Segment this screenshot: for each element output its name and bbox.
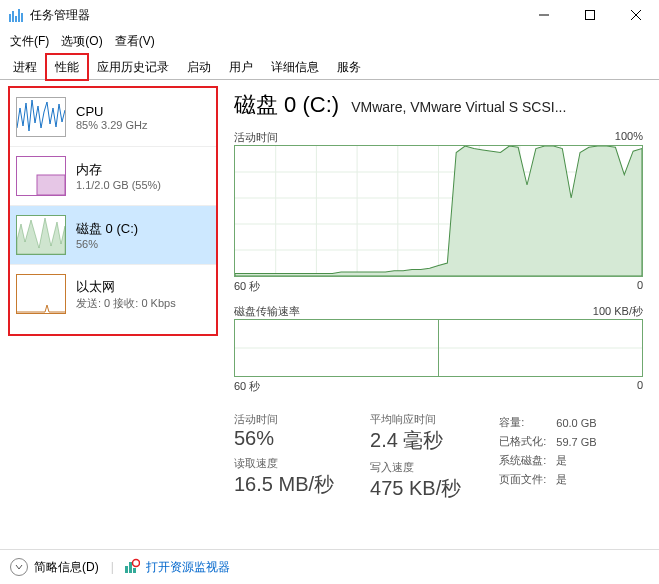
chart2-left-label: 磁盘传输速率 <box>234 304 300 319</box>
cpu-thumb-icon <box>16 97 66 137</box>
tab-details[interactable]: 详细信息 <box>262 54 328 80</box>
capacity-key: 容量: <box>499 414 554 431</box>
menu-options[interactable]: 选项(O) <box>55 31 108 52</box>
minimize-button[interactable] <box>521 0 567 30</box>
write-subchart <box>439 320 642 376</box>
tab-services[interactable]: 服务 <box>328 54 370 80</box>
avg-resp-label: 平均响应时间 <box>370 412 461 427</box>
bottom-bar: 简略信息(D) | 打开资源监视器 <box>0 549 659 584</box>
svg-rect-6 <box>586 11 595 20</box>
active-time-chart <box>234 145 643 277</box>
svg-rect-9 <box>37 175 65 195</box>
read-speed-value: 16.5 MB/秒 <box>234 471 334 498</box>
menu-file[interactable]: 文件(F) <box>4 31 55 52</box>
pagefile-val: 是 <box>556 471 604 488</box>
detail-title: 磁盘 0 (C:) <box>234 90 339 120</box>
svg-rect-29 <box>133 568 136 573</box>
app-icon <box>8 7 24 23</box>
disk-properties: 容量:60.0 GB 已格式化:59.7 GB 系统磁盘:是 页面文件:是 <box>497 412 606 502</box>
chevron-down-icon[interactable] <box>10 558 28 576</box>
stats-block: 活动时间 56% 读取速度 16.5 MB/秒 平均响应时间 2.4 毫秒 写入… <box>234 412 643 502</box>
read-subchart <box>235 320 439 376</box>
resmon-icon <box>124 558 140 577</box>
detail-panel: 磁盘 0 (C:) VMware, VMware Virtual S SCSI.… <box>218 80 659 549</box>
formatted-key: 已格式化: <box>499 433 554 450</box>
sidebar-disk-sub: 56% <box>76 238 138 250</box>
chart2-right-label: 100 KB/秒 <box>593 304 643 319</box>
sidebar-item-disk[interactable]: 磁盘 0 (C:) 56% <box>10 206 216 265</box>
svg-marker-10 <box>17 218 65 254</box>
ethernet-thumb-icon <box>16 274 66 314</box>
menu-bar: 文件(F) 选项(O) 查看(V) <box>0 30 659 52</box>
sidebar-cpu-sub: 85% 3.29 GHz <box>76 119 148 131</box>
chart1-right-label: 100% <box>615 130 643 145</box>
svg-rect-2 <box>15 16 17 22</box>
tab-startup[interactable]: 启动 <box>178 54 220 80</box>
window-title: 任务管理器 <box>30 7 90 24</box>
sidebar-item-cpu[interactable]: CPU 85% 3.29 GHz <box>10 88 216 147</box>
sidebar-mem-sub: 1.1/2.0 GB (55%) <box>76 179 161 191</box>
sidebar-item-ethernet[interactable]: 以太网 发送: 0 接收: 0 Kbps <box>10 265 216 323</box>
write-speed-label: 写入速度 <box>370 460 461 475</box>
close-button[interactable] <box>613 0 659 30</box>
sidebar-eth-title: 以太网 <box>76 278 176 296</box>
disk-thumb-icon <box>16 215 66 255</box>
read-speed-label: 读取速度 <box>234 456 334 471</box>
open-resource-monitor-link[interactable]: 打开资源监视器 <box>146 559 230 576</box>
chart2-xleft: 60 秒 <box>234 379 260 394</box>
svg-rect-28 <box>129 562 132 573</box>
avg-resp-value: 2.4 毫秒 <box>370 427 461 454</box>
brief-info-link[interactable]: 简略信息(D) <box>34 559 99 576</box>
active-time-value: 56% <box>234 427 334 450</box>
sysdisk-val: 是 <box>556 452 604 469</box>
title-bar: 任务管理器 <box>0 0 659 30</box>
chart1-xleft: 60 秒 <box>234 279 260 294</box>
maximize-button[interactable] <box>567 0 613 30</box>
pagefile-key: 页面文件: <box>499 471 554 488</box>
transfer-rate-chart <box>234 319 643 377</box>
formatted-val: 59.7 GB <box>556 433 604 450</box>
svg-rect-0 <box>9 14 11 22</box>
tab-users[interactable]: 用户 <box>220 54 262 80</box>
svg-rect-3 <box>18 9 20 22</box>
content-area: CPU 85% 3.29 GHz 内存 1.1/2.0 GB (55%) <box>0 80 659 549</box>
sidebar-disk-title: 磁盘 0 (C:) <box>76 220 138 238</box>
menu-view[interactable]: 查看(V) <box>109 31 161 52</box>
chart1-xright: 0 <box>637 279 643 294</box>
tab-performance[interactable]: 性能 <box>46 54 88 80</box>
detail-subtitle: VMware, VMware Virtual S SCSI... <box>351 99 643 115</box>
sidebar-cpu-title: CPU <box>76 104 148 119</box>
memory-thumb-icon <box>16 156 66 196</box>
sysdisk-key: 系统磁盘: <box>499 452 554 469</box>
performance-sidebar: CPU 85% 3.29 GHz 内存 1.1/2.0 GB (55%) <box>8 86 218 336</box>
active-time-label: 活动时间 <box>234 412 334 427</box>
chart1-left-label: 活动时间 <box>234 130 278 145</box>
svg-rect-27 <box>125 566 128 573</box>
sidebar-mem-title: 内存 <box>76 161 161 179</box>
write-speed-value: 475 KB/秒 <box>370 475 461 502</box>
tab-app-history[interactable]: 应用历史记录 <box>88 54 178 80</box>
svg-point-30 <box>132 559 139 566</box>
sidebar-eth-sub: 发送: 0 接收: 0 Kbps <box>76 296 176 311</box>
svg-rect-4 <box>21 13 23 22</box>
sidebar-item-memory[interactable]: 内存 1.1/2.0 GB (55%) <box>10 147 216 206</box>
chart2-xright: 0 <box>637 379 643 394</box>
svg-rect-1 <box>12 11 14 22</box>
tab-processes[interactable]: 进程 <box>4 54 46 80</box>
tab-bar: 进程 性能 应用历史记录 启动 用户 详细信息 服务 <box>0 52 659 80</box>
capacity-val: 60.0 GB <box>556 414 604 431</box>
